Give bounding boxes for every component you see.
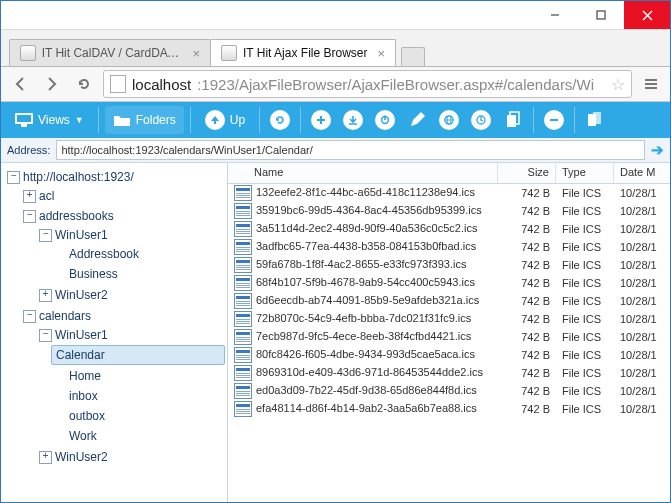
- grid-body[interactable]: 132eefe2-8f1c-44bc-a65d-418c11238e94.ics…: [228, 184, 670, 502]
- collapse-icon[interactable]: −: [39, 329, 52, 342]
- collapse-icon[interactable]: −: [23, 210, 36, 223]
- tree-node-calendars[interactable]: −calendars: [21, 307, 225, 325]
- col-name[interactable]: Name: [228, 163, 498, 183]
- tree-node-home[interactable]: Home: [53, 367, 225, 385]
- tree-node-winuser2[interactable]: +WinUser2: [37, 286, 225, 304]
- tree-node-winuser1[interactable]: −WinUser1: [37, 226, 225, 244]
- expand-icon[interactable]: +: [23, 190, 36, 203]
- file-row[interactable]: 68f4b107-5f9b-4678-9ab9-54cc400c5943.ics…: [228, 274, 670, 292]
- cell-date: 10/28/1: [614, 277, 670, 289]
- tree-label: WinUser1: [55, 328, 108, 342]
- tree-node-addressbook[interactable]: Addressbook: [53, 245, 225, 263]
- file-ics-icon: [234, 185, 252, 201]
- cell-size: 742 B: [498, 241, 556, 253]
- cell-size: 742 B: [498, 205, 556, 217]
- expand-icon[interactable]: +: [39, 289, 52, 302]
- address-input[interactable]: [56, 140, 645, 160]
- browser-tab-inactive[interactable]: IT Hit CalDAV / CardDAV S ×: [9, 39, 211, 66]
- cell-size: 742 B: [498, 223, 556, 235]
- collapse-icon[interactable]: −: [23, 310, 36, 323]
- browser-tab-active[interactable]: IT Hit Ajax File Browser ×: [210, 39, 396, 66]
- file-row[interactable]: 59fa678b-1f8f-4ac2-8655-e33fc973f393.ics…: [228, 256, 670, 274]
- new-tab-button[interactable]: [401, 47, 425, 66]
- file-row[interactable]: ed0a3d09-7b22-45df-9d38-65d86e844f8d.ics…: [228, 382, 670, 400]
- file-row[interactable]: 72b8070c-54c9-4efb-bbba-7dc021f31fc9.ics…: [228, 310, 670, 328]
- download-button[interactable]: [339, 106, 367, 134]
- cell-size: 742 B: [498, 187, 556, 199]
- folders-button[interactable]: Folders: [105, 106, 184, 134]
- files-button[interactable]: [581, 106, 609, 134]
- tab-close-icon[interactable]: ×: [377, 46, 385, 61]
- refresh-button[interactable]: [266, 106, 294, 134]
- add-button[interactable]: [307, 106, 335, 134]
- copy-button[interactable]: [499, 106, 527, 134]
- collapse-icon[interactable]: −: [7, 171, 20, 184]
- cell-name: 3adfbc65-77ea-4438-b358-084153b0fbad.ics: [228, 239, 498, 255]
- history-button[interactable]: [467, 106, 495, 134]
- browser-menu-button[interactable]: [638, 71, 664, 97]
- tree-node-acl[interactable]: +acl: [21, 187, 225, 205]
- browser-window: IT Hit CalDAV / CardDAV S × IT Hit Ajax …: [0, 0, 671, 503]
- svg-rect-22: [593, 112, 601, 124]
- window-minimize-button[interactable]: [532, 1, 578, 29]
- file-row[interactable]: 35919bc6-99d5-4364-8ac4-45356db95399.ics…: [228, 202, 670, 220]
- nav-reload-button[interactable]: [71, 71, 97, 97]
- file-ics-icon: [234, 383, 252, 399]
- file-row[interactable]: 3adfbc65-77ea-4438-b358-084153b0fbad.ics…: [228, 238, 670, 256]
- url-box[interactable]: localhost:1923/AjaxFileBrowser/AjaxFileB…: [103, 70, 632, 98]
- expand-icon[interactable]: +: [39, 451, 52, 464]
- tree-label: Home: [69, 369, 101, 383]
- file-row[interactable]: 7ecb987d-9fc5-4ece-8eeb-38f4cfbd4421.ics…: [228, 328, 670, 346]
- power-icon: [379, 114, 391, 126]
- tree-node-work[interactable]: Work: [53, 427, 225, 445]
- tree-node-addressbooks[interactable]: −addressbooks: [21, 207, 225, 225]
- file-row[interactable]: 132eefe2-8f1c-44bc-a65d-418c11238e94.ics…: [228, 184, 670, 202]
- window-close-button[interactable]: [624, 1, 670, 29]
- col-size[interactable]: Size: [498, 163, 556, 183]
- bookmark-star-icon[interactable]: ☆: [611, 75, 625, 94]
- monitor-icon: [15, 113, 33, 127]
- file-row[interactable]: 80fc8426-f605-4dbe-9434-993d5cae5aca.ics…: [228, 346, 670, 364]
- tree-node-business[interactable]: Business: [53, 265, 225, 283]
- file-row[interactable]: efa48114-d86f-4b14-9ab2-3aa5a6b7ea88.ics…: [228, 400, 670, 418]
- folder-tree[interactable]: −http://localhost:1923/ +acl −addressboo…: [1, 163, 228, 502]
- col-date[interactable]: Date M: [614, 163, 671, 183]
- tree-node-outbox[interactable]: outbox: [53, 407, 225, 425]
- tree-root[interactable]: −http://localhost:1923/: [5, 168, 225, 186]
- cell-size: 742 B: [498, 331, 556, 343]
- tree-label: http://localhost:1923/: [23, 170, 134, 184]
- collapse-icon[interactable]: −: [39, 229, 52, 242]
- window-titlebar: [1, 1, 670, 30]
- browser-action-button[interactable]: [435, 106, 463, 134]
- browser-omnibar: localhost:1923/AjaxFileBrowser/AjaxFileB…: [1, 67, 670, 102]
- cell-type: File ICS: [556, 241, 614, 253]
- col-type[interactable]: Type: [556, 163, 614, 183]
- file-row[interactable]: 3a511d4d-2ec2-489d-90f9-40a536c0c5c2.ics…: [228, 220, 670, 238]
- edit-button[interactable]: [403, 106, 431, 134]
- file-row[interactable]: 8969310d-e409-43d6-971d-86453544dde2.ics…: [228, 364, 670, 382]
- power-button[interactable]: [371, 106, 399, 134]
- address-label: Address:: [7, 144, 50, 156]
- views-button[interactable]: Views ▼: [7, 106, 92, 134]
- cell-date: 10/28/1: [614, 295, 670, 307]
- delete-button[interactable]: [540, 106, 568, 134]
- tree-node-winuser2[interactable]: +WinUser2: [37, 448, 225, 466]
- page-icon: [110, 75, 126, 93]
- window-maximize-button[interactable]: [578, 1, 624, 29]
- file-row[interactable]: 6d6eecdb-ab74-4091-85b9-5e9afdeb321a.ics…: [228, 292, 670, 310]
- tree-node-calendar-selected[interactable]: Calendar: [51, 345, 225, 365]
- cell-type: File ICS: [556, 187, 614, 199]
- cell-name: 3a511d4d-2ec2-489d-90f9-40a536c0c5c2.ics: [228, 221, 498, 237]
- tree-label: calendars: [39, 309, 91, 323]
- cell-type: File ICS: [556, 223, 614, 235]
- tree-node-inbox[interactable]: inbox: [53, 387, 225, 405]
- up-button[interactable]: Up: [197, 106, 253, 134]
- address-bar: Address: ➔: [1, 138, 670, 163]
- tree-node-winuser1[interactable]: −WinUser1: [37, 326, 225, 344]
- go-button[interactable]: ➔: [651, 141, 664, 159]
- tab-close-icon[interactable]: ×: [192, 46, 200, 61]
- minus-icon: [548, 114, 560, 126]
- cell-date: 10/28/1: [614, 259, 670, 271]
- nav-back-button[interactable]: [7, 71, 33, 97]
- nav-forward-button[interactable]: [39, 71, 65, 97]
